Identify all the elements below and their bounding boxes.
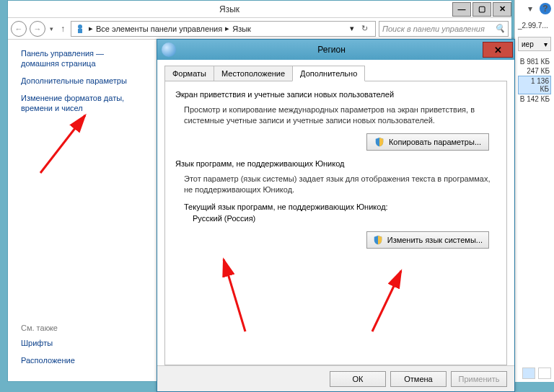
tab-panel-advanced: Экран приветствия и учетные записи новых… [164,81,507,365]
group2-desc: Этот параметр (язык системы) задает язык… [184,174,496,195]
group1-label: Экран приветствия и учетные записи новых… [175,90,398,99]
right-button-label: иер [522,40,534,48]
address-drop[interactable]: ▾ [350,24,354,33]
history-dropdown[interactable]: ▾ [48,25,55,32]
see-also-label: См. также [21,324,143,332]
group-welcome: Экран приветствия и учетные записи новых… [175,90,496,151]
shield-icon [373,235,383,245]
link-cp-home[interactable]: Панель управления — домашняя страница [21,48,143,68]
ok-button[interactable]: ОК [330,371,386,387]
minimize-button[interactable]: — [452,2,471,17]
dialog-close-button[interactable]: ✕ [483,42,513,58]
dialog-footer: ОК Отмена Применить [157,365,514,391]
dialog-body: Форматы Местоположение Дополнительно Экр… [157,60,514,365]
window-title: Язык [8,4,451,14]
group1-desc: Просмотр и копирование международных пар… [184,104,496,126]
crumb-sep0: ▸ [89,24,93,33]
change-system-locale-button[interactable]: Изменить язык системы... [366,231,489,249]
file-size-1[interactable]: 247 КБ [518,66,551,76]
tab-location[interactable]: Местоположение [214,66,293,81]
change-locale-label: Изменить язык системы... [387,236,483,244]
svg-point-0 [78,24,82,29]
refresh-button[interactable]: ↻ [357,24,372,33]
right-button-drop: ▾ [544,40,548,48]
address-bar[interactable]: ▸ Все элементы панели управления ▸ Язык … [71,21,376,37]
link-advanced[interactable]: Дополнительные параметры [21,76,143,86]
current-lang-value: Русский (Россия) [193,214,496,223]
right-partial-window: ▾ ? _2.99.7... иер ▾ B 981 КБ 247 КБ 1 1… [514,0,554,382]
crumb-lang[interactable]: Язык [232,24,251,33]
view-icons [522,368,551,379]
maximize-button[interactable]: ▢ [472,2,491,17]
dialog-titlebar: Регион ✕ [157,40,514,60]
dialog-title: Регион [180,45,483,55]
back-button[interactable]: ← [11,21,27,37]
group2-label: Язык программ, не поддерживающих Юникод [175,159,349,168]
window-controls: — ▢ ✕ [451,2,511,17]
globe-icon [162,43,176,57]
left-panel: Панель управления — домашняя страница До… [8,40,149,381]
file-sizes: B 981 КБ 247 КБ 1 136 КБ B 142 КБ [515,54,554,107]
group-nonunicode: Язык программ, не поддерживающих Юникод … [175,159,496,249]
right-path[interactable]: _2.99.7... [515,17,554,34]
search-input[interactable]: Поиск в панели управления 🔍 [379,21,509,37]
file-size-0[interactable]: B 981 КБ [518,57,551,66]
copy-settings-label: Копировать параметры... [389,138,481,146]
file-size-3[interactable]: B 142 КБ [518,94,551,104]
right-drop[interactable]: ▾ [528,4,532,14]
view-icon-1[interactable] [522,368,535,379]
copy-settings-button[interactable]: Копировать параметры... [366,133,489,151]
region-dialog: Регион ✕ Форматы Местоположение Дополнит… [157,39,515,392]
link-fonts[interactable]: Шрифты [21,338,143,348]
tab-strip: Форматы Местоположение Дополнительно [164,66,507,81]
tab-advanced[interactable]: Дополнительно [292,66,365,81]
svg-rect-1 [78,29,82,33]
toolbar: ← → ▾ ↑ ▸ Все элементы панели управления… [8,18,511,40]
control-panel-icon [74,23,86,35]
forward-button[interactable]: → [30,21,45,37]
search-icon: 🔍 [495,24,505,33]
apply-button[interactable]: Применить [451,371,507,387]
right-button[interactable]: иер ▾ [518,37,551,51]
view-icon-2[interactable] [538,368,551,379]
help-icon[interactable]: ? [540,3,551,14]
link-location[interactable]: Расположение [21,355,143,365]
up-button[interactable]: ↑ [58,24,68,34]
file-size-2[interactable]: 1 136 КБ [518,76,551,94]
crumb-sep1: ▸ [225,24,229,33]
shield-icon [374,137,384,147]
search-placeholder: Поиск в панели управления [382,24,485,33]
link-date-formats[interactable]: Изменение форматов даты, времени и чисел [21,93,143,113]
cancel-button[interactable]: Отмена [390,371,447,387]
crumb-all[interactable]: Все элементы панели управления [96,24,222,33]
titlebar: Язык — ▢ ✕ [8,1,511,18]
current-lang-label: Текущий язык программ, не поддерживающих… [184,202,496,211]
window-close-button[interactable]: ✕ [493,2,511,17]
tab-formats[interactable]: Форматы [164,66,214,81]
